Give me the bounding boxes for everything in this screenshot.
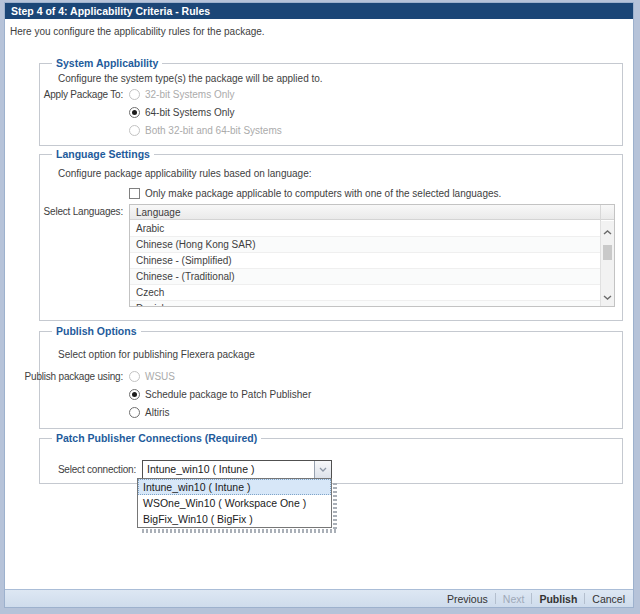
language-row-danish[interactable]: Danish bbox=[130, 301, 600, 307]
group-language-settings: Language Settings Configure package appl… bbox=[39, 154, 623, 321]
radio-schedule-patch-publisher[interactable] bbox=[129, 389, 140, 400]
publish-button[interactable]: Publish bbox=[539, 593, 577, 605]
desktop-frame: { "colors": { "titlebar": "#1b4677", "le… bbox=[0, 0, 640, 614]
next-button: Next bbox=[503, 593, 525, 605]
footer-button-bar: Previous Next Publish Cancel bbox=[5, 589, 633, 607]
language-checkbox-row: Only make package applicable to computer… bbox=[129, 186, 501, 200]
group-legend-connections: Patch Publisher Connections (Required) bbox=[52, 432, 261, 445]
radio-64bit-systems-only[interactable] bbox=[129, 107, 140, 118]
dropdown-shadow-right bbox=[333, 483, 337, 529]
radio-wsus-label: WSUS bbox=[145, 371, 175, 382]
radio-both-label: Both 32-bit and 64-bit Systems bbox=[145, 125, 282, 136]
language-row-chinese-hk[interactable]: Chinese (Hong Kong SAR) bbox=[130, 237, 600, 253]
connection-dropdown: Intune_win10 ( Intune ) WSOne_Win10 ( Wo… bbox=[137, 478, 332, 528]
radio-altiris[interactable] bbox=[129, 407, 140, 418]
language-row-chinese-simplified[interactable]: Chinese - (Simplified) bbox=[130, 253, 600, 269]
radio-option-patch-publisher[interactable]: Schedule package to Patch Publisher bbox=[129, 387, 311, 401]
separator bbox=[495, 593, 496, 604]
dropdown-item-wsone[interactable]: WSOne_Win10 ( Workspace One ) bbox=[138, 495, 331, 511]
system-description: Configure the system type(s) the package… bbox=[58, 73, 323, 84]
only-selected-languages-label: Only make package applicable to computer… bbox=[145, 188, 501, 199]
wizard-dialog: Step 4 of 4: Applicability Criteria - Ru… bbox=[4, 2, 634, 608]
dropdown-shadow-bottom bbox=[142, 529, 337, 533]
separator bbox=[584, 593, 585, 604]
apply-package-to-label: Apply Package To: bbox=[40, 89, 123, 100]
radio-32bit-label: 32-bit Systems Only bbox=[145, 89, 234, 100]
scrollbar-thumb[interactable] bbox=[603, 245, 612, 260]
radio-altiris-label: Altiris bbox=[145, 407, 169, 418]
chevron-down-icon bbox=[319, 467, 327, 472]
connection-selected-value: Intune_win10 ( Intune ) bbox=[143, 461, 314, 478]
dropdown-item-intune[interactable]: Intune_win10 ( Intune ) bbox=[138, 479, 331, 495]
group-legend-system: System Applicability bbox=[52, 57, 162, 70]
group-system-applicability: System Applicability Configure the syste… bbox=[39, 63, 623, 146]
radio-option-64bit[interactable]: 64-bit Systems Only bbox=[129, 105, 234, 119]
scroll-down-icon[interactable] bbox=[601, 292, 614, 302]
connection-select[interactable]: Intune_win10 ( Intune ) bbox=[142, 460, 332, 479]
language-list: Language Arabic Chinese (Hong Kong SAR) … bbox=[129, 204, 615, 307]
radio-option-wsus: WSUS bbox=[129, 369, 175, 383]
language-description: Configure package applicability rules ba… bbox=[58, 168, 312, 179]
group-publish-options: Publish Options Select option for publis… bbox=[39, 331, 623, 429]
language-row-chinese-traditional[interactable]: Chinese - (Traditional) bbox=[130, 269, 600, 285]
radio-option-32bit: 32-bit Systems Only bbox=[129, 87, 234, 101]
only-selected-languages-checkbox[interactable] bbox=[129, 188, 140, 199]
language-list-scrollbar[interactable] bbox=[600, 221, 614, 306]
intro-text: Here you configure the applicability rul… bbox=[10, 26, 265, 37]
radio-32bit-systems-only bbox=[129, 89, 140, 100]
combo-dropdown-button[interactable] bbox=[314, 461, 331, 478]
publish-description: Select option for publishing Flexera pac… bbox=[58, 349, 255, 360]
separator bbox=[531, 593, 532, 604]
radio-option-both: Both 32-bit and 64-bit Systems bbox=[129, 123, 282, 137]
select-languages-label: Select Languages: bbox=[40, 206, 123, 217]
language-row-arabic[interactable]: Arabic bbox=[130, 221, 600, 237]
radio-both-systems bbox=[129, 125, 140, 136]
language-list-rows: Arabic Chinese (Hong Kong SAR) Chinese -… bbox=[130, 221, 600, 306]
language-column-header: Language bbox=[130, 205, 614, 220]
group-legend-publish: Publish Options bbox=[52, 325, 141, 338]
radio-option-altiris[interactable]: Altiris bbox=[129, 405, 169, 419]
language-row-czech[interactable]: Czech bbox=[130, 285, 600, 301]
group-legend-language: Language Settings bbox=[52, 148, 154, 161]
scroll-up-icon[interactable] bbox=[601, 227, 614, 237]
title-bar: Step 4 of 4: Applicability Criteria - Ru… bbox=[5, 3, 633, 19]
select-connection-label: Select connection: bbox=[40, 464, 136, 475]
previous-button[interactable]: Previous bbox=[447, 593, 488, 605]
radio-64bit-label: 64-bit Systems Only bbox=[145, 107, 234, 118]
radio-wsus bbox=[129, 371, 140, 382]
radio-schedule-label: Schedule package to Patch Publisher bbox=[145, 389, 311, 400]
cancel-button[interactable]: Cancel bbox=[592, 593, 625, 605]
publish-package-using-label: Publish package using: bbox=[40, 371, 123, 382]
dropdown-item-bigfix[interactable]: BigFix_Win10 ( BigFix ) bbox=[138, 511, 331, 527]
